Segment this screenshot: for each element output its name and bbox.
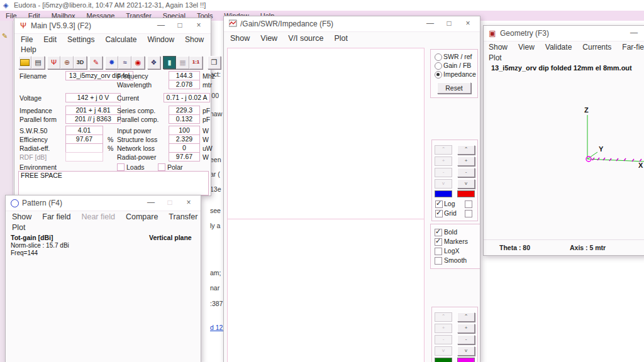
pattern-minimize-button[interactable]: — xyxy=(142,195,160,211)
geometry-menu-show[interactable]: Show xyxy=(489,43,508,52)
geometry-menu-view[interactable]: View xyxy=(518,43,535,52)
f5-close-button[interactable]: × xyxy=(458,16,477,31)
f5-menu-plot[interactable]: Plot xyxy=(334,34,348,43)
bold-checkbox[interactable] xyxy=(435,229,442,236)
pattern-icon[interactable]: ✸ xyxy=(105,56,118,69)
grid-right-checkbox[interactable] xyxy=(465,210,472,217)
geometry-minimize-button[interactable]: — xyxy=(625,26,643,41)
smith-chart-icon[interactable]: ◉ xyxy=(131,56,145,69)
geometry-titlebar[interactable]: ▣ Geometry (F3) — xyxy=(484,26,644,41)
polar-checkbox[interactable] xyxy=(158,163,165,171)
z-axis-label: Z xyxy=(584,106,589,114)
main-menu-help[interactable]: Help xyxy=(21,45,36,54)
logx-checkbox[interactable] xyxy=(435,248,442,255)
3d-icon[interactable]: 3D xyxy=(74,56,87,69)
logx-checkbox-label: LogX xyxy=(444,247,460,255)
compose-icon[interactable]: ✎ xyxy=(2,32,8,40)
pattern-menu-show[interactable]: Show xyxy=(12,212,31,221)
current-label: Current xyxy=(117,94,139,102)
right-axis-minus-button[interactable]: - xyxy=(457,168,475,177)
geometry-theta-status: Theta : 80 xyxy=(499,244,530,251)
phase-axis-plus-button[interactable]: + xyxy=(457,324,475,333)
antenna-icon[interactable]: Ψ xyxy=(47,56,60,69)
f5-minimize-button[interactable]: — xyxy=(421,16,440,31)
radiat-power-unit: W xyxy=(203,153,209,161)
right-axis-down-button[interactable]: v xyxy=(457,179,475,189)
impedance-radio[interactable] xyxy=(435,71,442,79)
eudora-title: Eudora - [i5mzy@libero.it, 10:47 AM 2021… xyxy=(14,0,206,11)
f5-menu-show[interactable]: Show xyxy=(230,34,250,43)
docs-icon[interactable]: ❒ xyxy=(208,56,221,69)
f5-menu-visource[interactable]: V/I source xyxy=(288,34,323,43)
geometry-sphere-icon[interactable]: ⊕ xyxy=(60,56,74,69)
pattern-menu-compare[interactable]: Compare xyxy=(126,212,158,221)
pattern-maximize-button[interactable]: □ xyxy=(160,195,179,211)
grid-icon[interactable]: ▦ xyxy=(176,56,189,69)
polar-checkbox-label: Polar xyxy=(167,163,183,171)
smooth-checkbox-label: Smooth xyxy=(444,256,467,264)
geometry-filename: 13_i5mzy_orv dip folded 12mm el 8mm.out xyxy=(491,64,632,72)
phase-axis-down-button[interactable]: v xyxy=(457,346,475,356)
main-maximize-button[interactable]: □ xyxy=(170,18,189,33)
main-menu-file[interactable]: File xyxy=(21,35,33,44)
log-checkbox[interactable] xyxy=(435,200,443,208)
pattern-menu-transfer[interactable]: Transfer xyxy=(169,212,197,221)
eudora-app-icon: ◈ xyxy=(3,0,8,11)
log-right-checkbox[interactable] xyxy=(465,200,472,208)
main-menu-calculate[interactable]: Calculate xyxy=(105,35,136,44)
run-nec-icon[interactable]: ▮ xyxy=(163,56,176,69)
frequency-field[interactable]: 144.3 xyxy=(169,71,200,80)
email-text-fragment: ar ( xyxy=(210,170,220,178)
loads-checkbox[interactable] xyxy=(117,163,125,171)
smooth-checkbox[interactable] xyxy=(435,257,442,265)
main-menu-show[interactable]: Show xyxy=(185,35,204,44)
input-power-field[interactable]: 100 xyxy=(169,126,200,135)
rotate-view-icon[interactable]: ❖ xyxy=(147,56,160,69)
pattern-menu-farfield[interactable]: Far field xyxy=(42,212,70,221)
f5-maximize-button[interactable]: □ xyxy=(440,16,458,31)
main-menu-edit[interactable]: Edit xyxy=(43,35,57,44)
main-menu-window[interactable]: Window xyxy=(147,35,174,44)
impedance-chart-panel[interactable] xyxy=(227,48,425,223)
phase-axis-minus-button[interactable]: - xyxy=(457,335,475,344)
main-window-icon: Ψ xyxy=(19,21,28,30)
swr-ref-radio[interactable] xyxy=(435,53,442,61)
reset-button[interactable]: Reset xyxy=(437,82,471,94)
main-close-button[interactable]: × xyxy=(189,18,208,33)
main-menu-settings[interactable]: Settings xyxy=(67,35,94,44)
right-axis-plus-button[interactable]: + xyxy=(457,156,475,166)
gain-fb-radio-label: Gain / FB xyxy=(443,62,471,69)
geometry-menu-currents[interactable]: Currents xyxy=(582,43,611,52)
f5-titlebar[interactable]: /Gain/SWR/Impedance (F5) — □ × xyxy=(224,16,480,32)
structure-loss-label: Structure loss xyxy=(117,136,157,143)
f5-menu-view[interactable]: View xyxy=(260,34,277,43)
filename-label: Filename xyxy=(19,72,47,80)
edit-nec-icon[interactable]: ✎ xyxy=(89,56,103,69)
grid-checkbox[interactable] xyxy=(435,210,443,217)
environment-field[interactable]: FREE SPACE xyxy=(18,171,209,195)
one-to-one-icon[interactable]: 1:1 xyxy=(189,56,203,69)
email-text-fragment: 13e xyxy=(210,185,221,193)
charts-icon[interactable]: ≈ xyxy=(118,56,131,69)
eudora-titlebar[interactable]: ◈ Eudora - [i5mzy@libero.it, 10:47 AM 20… xyxy=(0,0,644,11)
geometry-menu-farfield[interactable]: Far-field xyxy=(622,43,644,52)
pattern-titlebar[interactable]: Pattern (F4) — □ × xyxy=(6,195,201,211)
main-minimize-button[interactable]: — xyxy=(152,18,170,33)
series-comp-unit: pF xyxy=(203,107,210,114)
right-axis-up-button[interactable]: ⌃ xyxy=(457,145,475,155)
markers-checkbox[interactable] xyxy=(435,238,442,246)
phase-axis-up-button[interactable]: ⌃ xyxy=(457,312,475,322)
gain-fb-radio[interactable] xyxy=(435,62,442,70)
z-phase-chart-panel[interactable] xyxy=(227,219,425,362)
geometry-menu-plot[interactable]: Plot xyxy=(489,53,502,62)
geometry-menu-validate[interactable]: Validate xyxy=(545,43,572,52)
save-icon[interactable]: ▤ xyxy=(31,56,45,69)
impedance-radio-label: Impedance xyxy=(443,70,476,78)
input-power-unit: W xyxy=(203,127,209,134)
pattern-close-button[interactable]: × xyxy=(179,195,198,211)
impedance-label: Impedance xyxy=(19,107,52,114)
open-file-icon[interactable] xyxy=(18,56,31,69)
far-field-polar-plot[interactable] xyxy=(6,226,201,362)
geometry-plot[interactable]: Z Y X xyxy=(484,76,644,221)
main-titlebar[interactable]: Ψ Main [V5.9.3] (F2) — □ × xyxy=(14,18,211,34)
